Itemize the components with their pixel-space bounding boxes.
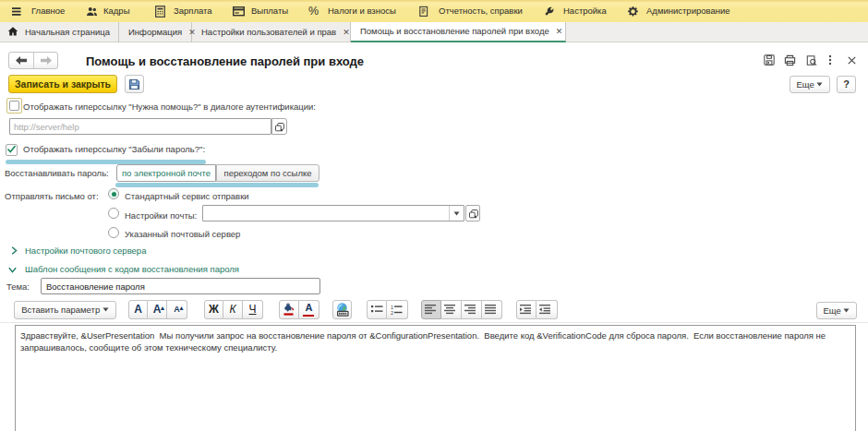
svg-text:2: 2 <box>391 310 393 316</box>
svg-text:1: 1 <box>391 305 393 310</box>
